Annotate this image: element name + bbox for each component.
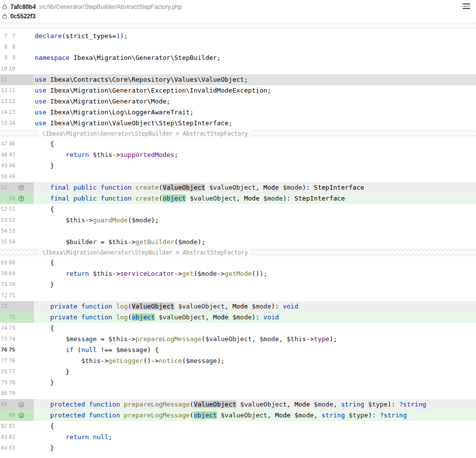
code-text: { <box>34 257 476 268</box>
code-token: protected <box>50 411 85 419</box>
code-text: } <box>34 377 476 388</box>
line-number-old: 69 <box>0 257 7 268</box>
code-token: object <box>132 313 155 321</box>
code-token: StepInterface <box>294 195 345 202</box>
diff-line-context[interactable]: 7069 return $this->serviceLocator->get($… <box>0 268 476 279</box>
diff-line-removed[interactable]: 51 final public function create(ValueObj… <box>0 182 476 193</box>
diff-line-context[interactable]: 5554 $builder = $this->getBuilder($mode)… <box>0 237 476 248</box>
diff-line-context[interactable]: 5251 { <box>0 204 476 215</box>
overridden-icon[interactable] <box>15 412 34 418</box>
code-token: ); <box>151 216 159 224</box>
commit-hash-old[interactable]: 7afc80b4 <box>10 3 36 10</box>
diff-line-context[interactable]: 4746 { <box>0 139 476 150</box>
code-token: $this <box>66 216 85 224</box>
code-line-background: $this->getLogger()->notice($message); <box>34 356 476 366</box>
diff-line-context[interactable]: 7978 } <box>0 377 476 388</box>
diff-line-added[interactable]: 72 private function log(object $valueObj… <box>0 312 476 323</box>
diff-line-context[interactable]: 6968 { <box>0 257 476 268</box>
code-line-background: private function log(ValueObject $valueO… <box>34 301 476 312</box>
code-area: 77declare(strict_types=1);8899namespace … <box>0 31 476 454</box>
code-text: $this->guardMode($mode); <box>34 215 476 226</box>
diff-line-context[interactable]: 88 <box>0 42 476 52</box>
code-token: -> <box>101 357 108 364</box>
diff-line-context[interactable]: 7473 { <box>0 323 476 334</box>
code-token: ValueObject <box>194 401 236 408</box>
diff-line-context[interactable]: 8079 <box>0 388 476 399</box>
code-token <box>77 303 81 310</box>
diff-line-context[interactable]: 7170 } <box>0 279 476 290</box>
code-token: getMode <box>225 270 252 277</box>
diff-line-context[interactable]: 77declare(strict_types=1); <box>0 31 476 42</box>
code-token: Ibexa\Migration\Log\LoggerAwareTrait; <box>46 108 193 116</box>
code-line-background: namespace Ibexa\Migration\Generator\Step… <box>34 52 476 63</box>
line-number-new: 54 <box>7 237 15 248</box>
code-token <box>120 411 124 419</box>
gutter: 7574 <box>0 334 34 345</box>
code-text: $message = $this->prepareLogMessage($val… <box>34 334 476 345</box>
line-number-old: 72 <box>0 290 7 301</box>
code-line-background: } <box>34 366 476 377</box>
commit-hash-new[interactable]: 0c5522f3 <box>10 13 36 20</box>
code-token <box>155 313 159 321</box>
line-number-old: 7 <box>0 31 7 42</box>
code-token: Mode <box>264 184 279 191</box>
gutter: 7473 <box>0 323 34 334</box>
diff-line-context[interactable]: 1312use Ibexa\Migration\Generator\Mode; <box>0 96 476 107</box>
code-token <box>35 411 50 419</box>
hamburger-menu-icon[interactable] <box>463 3 470 9</box>
code-token: serviceLocator <box>120 270 174 277</box>
code-token: object <box>194 411 217 419</box>
gutter: 1413 <box>0 107 34 118</box>
diff-line-context[interactable]: 4847 return $this->supportedModes; <box>0 150 476 160</box>
code-token: ; <box>174 151 178 158</box>
line-number-new: 68 <box>7 257 15 268</box>
lock-icon <box>2 13 7 19</box>
diff-line-added[interactable]: 80 protected function prepareLogMessage(… <box>0 410 476 421</box>
diff-line-context[interactable]: 7675 if (null !== $message) { <box>0 345 476 356</box>
diff-line-context[interactable]: 5352 $this->guardMode($mode); <box>0 215 476 226</box>
overridden-icon[interactable] <box>15 402 34 407</box>
overrides-icon[interactable] <box>15 196 34 202</box>
line-number-new: 7 <box>7 31 15 42</box>
diff-line-context[interactable]: 1211use Ibexa\Migration\Generator\Except… <box>0 85 476 96</box>
code-token: private <box>50 303 77 310</box>
collapsed-region-separator[interactable]: \Ibexa\Migration\Generator\StepBuilder >… <box>0 129 476 139</box>
diff-line-context[interactable]: 1010 <box>0 63 476 74</box>
diff-line-context[interactable]: 8281 { <box>0 421 476 432</box>
diff-line-removed[interactable]: 11use Ibexa\Contracts\Core\Repository\Va… <box>0 74 476 85</box>
diff-line-context[interactable]: 7877 } <box>0 366 476 377</box>
code-token: return <box>66 433 89 441</box>
code-token: function <box>89 411 120 419</box>
diff-line-context[interactable]: 8382 return null; <box>0 432 476 443</box>
code-token: { <box>35 324 54 332</box>
code-token: $message <box>66 335 97 343</box>
diff-line-removed[interactable]: 73 private function log(ValueObject $val… <box>0 301 476 312</box>
code-token <box>120 401 124 408</box>
code-token: } <box>35 162 54 169</box>
diff-line-context[interactable]: 8483 } <box>0 443 476 454</box>
code-text: { <box>34 139 476 150</box>
code-text: private function log(ValueObject $valueO… <box>34 301 476 312</box>
diff-line-context[interactable]: 7271 <box>0 290 476 301</box>
code-token: ); <box>198 238 206 246</box>
diff-line-added[interactable]: 50 final public function create(object $… <box>0 193 476 204</box>
code-token: create <box>136 184 159 191</box>
diff-line-context[interactable]: 1514use Ibexa\Migration\ValueObject\Step… <box>0 118 476 129</box>
diff-line-context[interactable]: 7574 $message = $this->prepareLogMessage… <box>0 334 476 345</box>
collapsed-region-separator[interactable]: \Ibexa\Migration\Generator\StepBuilder >… <box>0 248 476 257</box>
code-token <box>345 411 349 419</box>
diff-line-context[interactable]: 5049 <box>0 171 476 182</box>
diff-line-removed[interactable]: 81 protected function prepareLogMessage(… <box>0 399 476 410</box>
code-token <box>236 401 240 408</box>
code-token: ( <box>190 401 194 408</box>
diff-line-context[interactable]: 5453 <box>0 226 476 237</box>
line-number-new: 77 <box>7 366 15 377</box>
diff-line-context[interactable]: 1413use Ibexa\Migration\Log\LoggerAwareT… <box>0 107 476 118</box>
overrides-icon[interactable] <box>15 185 34 191</box>
diff-line-context[interactable]: 7776 $this->getLogger()->notice($message… <box>0 356 476 366</box>
diff-line-context[interactable]: 4948 } <box>0 160 476 171</box>
code-token <box>364 401 368 408</box>
diff-line-context[interactable]: 99namespace Ibexa\Migration\Generator\St… <box>0 52 476 63</box>
code-line-background <box>34 226 476 237</box>
line-number-old: 12 <box>0 85 7 96</box>
